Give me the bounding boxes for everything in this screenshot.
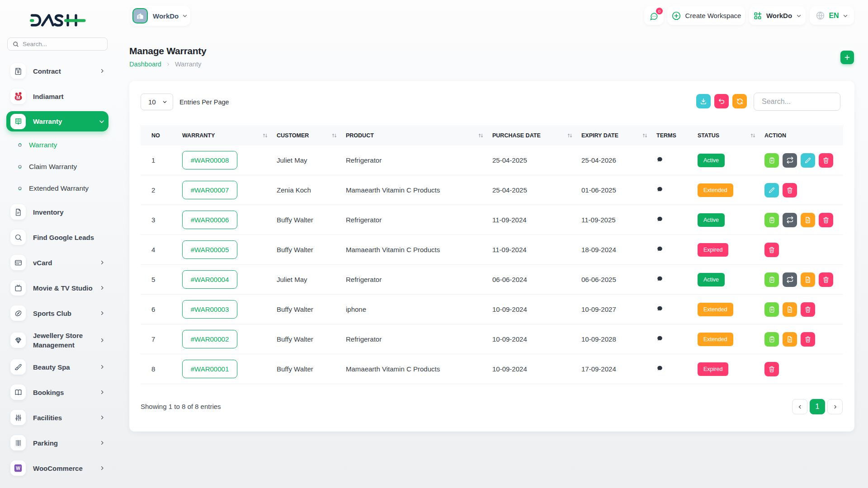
svg-text:W: W [16, 466, 20, 471]
svg-text:M: M [16, 95, 20, 100]
